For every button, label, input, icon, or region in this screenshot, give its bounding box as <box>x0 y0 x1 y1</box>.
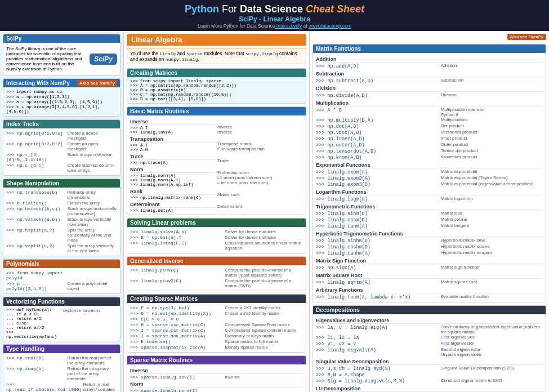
sparse-row-6: >>> J = sparse.dok_matrix(A)Dictionary o… <box>130 333 303 338</box>
shape-section: Shape Manipulation >>> np.transpose(b)Pe… <box>3 179 120 256</box>
mult-row-2: >>> np.multiply(D,A) Multiplication <box>316 117 543 123</box>
det-desc: Determinant <box>217 204 303 209</box>
decompositions-body: Eigenvalues and Eigenvectors >>> la, v =… <box>313 314 546 392</box>
svd-row-3: >>> Sig = linalg.diagsvs(s,M,N) Construc… <box>316 378 543 384</box>
solving-linear-section: Solving Linear problems >>> linalg.solve… <box>127 218 306 253</box>
polynomials-body: >>> from numpy import polyld >>> p = pol… <box>3 268 120 293</box>
website-link[interactable]: www.datacamp.com <box>309 23 351 29</box>
title-ds: Data Science <box>240 3 303 15</box>
polynomials-header: Polynomials <box>3 260 120 268</box>
mult-desc-6: Outer product <box>441 142 543 148</box>
subtraction-code: >>> np.subtract(A,D) <box>316 78 439 84</box>
type-row-2: >>> np.imag(b)Return the imaginary part … <box>6 366 117 381</box>
basic-matrix-header: Basic Matrix Routines <box>127 107 306 115</box>
sparse-routines-body: Inverse >>> sparse.linalg.inv(I)Inverse … <box>127 364 306 392</box>
interactively-link[interactable]: Interactively <box>275 23 302 29</box>
gen-inv-row-1: >>> linalg.pinv(C)Compute the pseudo-inv… <box>130 268 303 278</box>
trace-desc: Trace <box>217 158 303 163</box>
det-row: >>> linalg.det(A) <box>130 208 216 213</box>
eigen-row-4: >>> linalg.eigvals(A) Second eigenvector… <box>316 347 543 357</box>
basic-matrix-body: Inverse >>> A.T >>> linalg.inv(A) Transp… <box>127 115 306 215</box>
inv-row-2: >>> linalg.inv(A) <box>130 130 216 135</box>
mult-code-8: >>> np.kron(A,D) <box>316 154 439 161</box>
mult-desc-5: Inner product <box>441 136 543 142</box>
mult-code-3: >>> np.dot(A,D) <box>316 123 439 130</box>
det-label: Determinant <box>130 202 216 208</box>
scipy-logo-area: The SciPy library is one of the core pac… <box>6 46 117 72</box>
hyp-desc-3: Hyperbolic matrix tangent <box>441 250 543 256</box>
inv-row-1: >>> A.T <box>130 126 216 130</box>
mult-code-1: >>> A * D <box>316 107 439 117</box>
eigen-desc-3: First eigenvector <box>441 341 543 347</box>
index-tricks-body: >>> np.mgrid[0:5,0:5]Create a dense mesh… <box>3 128 120 175</box>
log-row-1: >>> linalg.logm(A) Matrix logarithm <box>316 196 543 202</box>
type-row-1: >>> np.real(b)Return the real part of th… <box>6 355 117 366</box>
norm-row-2: >>> linalg.norm(A,1) <box>130 178 216 182</box>
hyp-desc-2: Hyperbolic matrix cosine <box>441 244 543 250</box>
mult-row-4: >>> np.vdot(A,D) Vector dot product <box>316 130 543 136</box>
creating-matrices-section: Creating Matrices >>> from scipy import … <box>127 68 306 104</box>
shape-row-1: >>> np.transpose(b)Permute array dimensi… <box>6 190 117 200</box>
svd-code-1: >>> U,s,Vh = linalg.svd(S) <box>316 366 439 372</box>
addition-code: >>> np.add(A,D) <box>316 63 439 69</box>
trig-row-1: >>> linalg.sinm(D) Matrix sine <box>316 211 543 217</box>
sparse-routines-section: Sparse Matrix Routines Inverse >>> spars… <box>127 355 306 392</box>
eigen-row-3: >>> v1, v2 = v First eigenvector <box>316 341 543 347</box>
trace-row: >>> np.trace(A) <box>130 161 216 165</box>
mult-row-8: >>> np.kron(A,D) Kronecker product <box>316 154 543 161</box>
svd-desc-2 <box>441 372 543 378</box>
index-tricks-header: Index Tricks <box>3 120 120 128</box>
exp-row-2: >>> linalg.expm2(A) Matrix exponential (… <box>316 175 543 181</box>
hyp-trig-label: Hyperbolic Trigonometric Functions <box>316 231 543 237</box>
log-code-1: >>> linalg.logm(A) <box>316 196 439 202</box>
hyp-row-1: >>> linalg.sinhm(D) Hyperbolic matrix si… <box>316 238 543 244</box>
arb-desc: Evaluate matrix function <box>441 294 543 300</box>
division-row: >>> np.divide(A,D) Division <box>316 92 543 99</box>
header: Python For Data Science Cheat Sheet SciP… <box>0 0 549 31</box>
gen-inverse-body: >>> linalg.pinv(C)Compute the pseudo-inv… <box>127 265 306 291</box>
hyp-code-2: >>> linalg.coshm(D) <box>316 244 439 250</box>
vec-line-4: ... else: <box>6 321 61 326</box>
trans-desc-1: Transpose matrix <box>217 141 303 146</box>
vectorizing-header: Vectorizing Functions <box>3 297 120 306</box>
norm-row-1: >>> linalg.norm(A) <box>130 173 216 178</box>
type-handling-section: Type Handling >>> np.real(b)Return the r… <box>3 344 120 392</box>
numpy-line-4: >>> x = np.arange(3[3,4,5,6],[1,2,1],[4,… <box>6 105 117 114</box>
arb-label: Arbitrary Functions <box>316 287 543 293</box>
also-numpy-container: Also see NumPy <box>313 34 546 40</box>
eigen-row-2: >>> l1, l2 = la First eigenvalues <box>316 335 543 341</box>
trig-code-2: >>> linalg.cosm(D) <box>316 217 439 223</box>
mult-desc-1: Multiplication operatorPython 8 <box>441 107 543 117</box>
scipy-section: SciPy The SciPy library is one of the co… <box>3 34 120 75</box>
hyp-desc-1: Hyperbolic matrix sine <box>441 238 543 244</box>
division-label: Division <box>316 86 543 92</box>
matrix-functions-body: Addition >>> np.add(A,D) Addition Subtra… <box>313 53 546 302</box>
exp-code-1: >>> linalg.expm(A) <box>316 169 439 175</box>
exp-row-3: >>> linalg.expm3(D) Matrix exponential (… <box>316 181 543 188</box>
title-for: For <box>219 3 240 15</box>
norm-desc-1: Frobenius norm <box>217 170 303 175</box>
svd-desc-3: Construct sigma matrix in SVD <box>441 378 543 384</box>
solving-body: >>> linalg.solve(A,b)Solver for dense ma… <box>127 227 306 253</box>
interacting-body: >>> import numpy as np >>> a = np.array(… <box>3 87 120 116</box>
shape-row-3: >>> np.hstack((b,c))Stack arrays horizon… <box>6 206 117 216</box>
exp-desc-2: Matrix exponential (Taylor Series) <box>441 175 543 181</box>
mult-code-6: >>> np.outer(A,D) <box>316 142 439 148</box>
addition-row: >>> np.add(A,D) Addition <box>316 63 543 69</box>
mat-line-3: >>> C = np.mat(np.random.random((10,5))) <box>130 92 303 97</box>
svd-code-3: >>> Sig = linalg.diagsvs(s,M,N) <box>316 378 439 384</box>
vectorizing-section: Vectorizing Functions >>> def myfunc(a):… <box>3 297 120 341</box>
sparse-routines-header: Sparse Matrix Routines <box>127 356 306 364</box>
subtraction-row: >>> np.subtract(A,D) Subtraction <box>316 78 543 84</box>
type-handling-header: Type Handling <box>3 345 120 353</box>
scipy-desc: The SciPy library is one of the core pac… <box>6 46 87 72</box>
exp-desc-1: Matrix exponential <box>441 169 543 175</box>
log-functions-label: Logarithm Functions <box>316 189 543 195</box>
index-row-1: >>> np.mgrid[0:5,0:5]Create a dense mesh… <box>6 131 117 141</box>
eigen-code-3: >>> v1, v2 = v <box>316 341 439 347</box>
right-column: Also see NumPy Matrix Functions Addition… <box>310 31 549 392</box>
title-cs: Cheat Sheet <box>303 3 364 15</box>
sign-label: Matrix Sign Function <box>316 258 543 264</box>
vectorizing-body: >>> def myfunc(a): ... if a < 0: ... ret… <box>3 306 120 341</box>
trig-row-3: >>> linalg.tanm(A) Matrix tangent <box>316 223 543 229</box>
